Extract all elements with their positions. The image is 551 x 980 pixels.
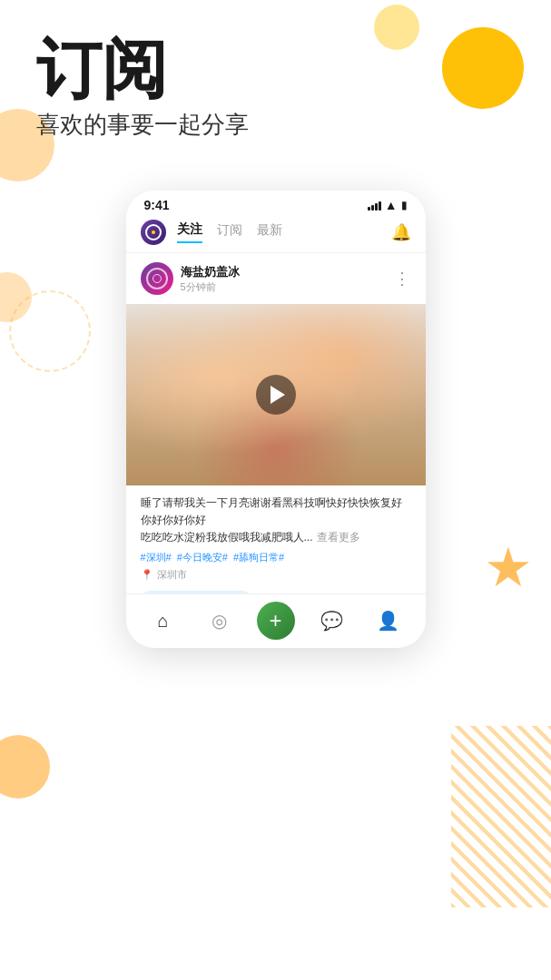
decoration-dashed-circle	[9, 290, 91, 372]
decoration-circle-bottom-left	[0, 735, 50, 799]
phone-mockup: 9:41 ▲ ▮ 关注 订阅 最新 🔔	[126, 191, 426, 648]
battery-icon: ▮	[401, 199, 408, 211]
status-time: 9:41	[144, 198, 170, 212]
post-user-info: 海盐奶盖冰 5分钟前	[181, 264, 394, 294]
decoration-stripes	[451, 726, 551, 907]
tag-3[interactable]: #舔狗日常#	[233, 551, 284, 564]
nav-tabs: 关注 订阅 最新 🔔	[126, 216, 426, 253]
create-button[interactable]: +	[257, 602, 295, 640]
post-location: 📍 深圳市	[141, 568, 411, 582]
play-button[interactable]	[256, 375, 296, 415]
wifi-icon: ▲	[385, 198, 398, 212]
profile-icon: 👤	[377, 610, 399, 632]
logo-dot	[152, 230, 155, 234]
signal-bars-icon	[368, 200, 381, 211]
status-icons: ▲ ▮	[368, 198, 408, 212]
messages-icon: 💬	[320, 610, 343, 632]
main-title: 订阅	[36, 36, 515, 102]
post-time: 5分钟前	[181, 280, 394, 294]
nav-create[interactable]: +	[248, 602, 304, 640]
tag-1[interactable]: #深圳#	[141, 551, 172, 564]
tab-subscribe[interactable]: 订阅	[217, 222, 242, 242]
nav-home[interactable]: ⌂	[135, 611, 192, 632]
tab-follow[interactable]: 关注	[177, 221, 202, 243]
location-text: 深圳市	[157, 568, 187, 582]
post-text-content3: 吃吃吃水淀粉我放假哦我减肥哦人...	[141, 529, 313, 546]
avatar-inner	[153, 274, 162, 283]
see-more-link[interactable]: 查看更多	[317, 529, 360, 546]
subtitle: 喜欢的事要一起分享	[36, 109, 515, 141]
notification-bell-icon[interactable]: 🔔	[391, 222, 411, 242]
post-image[interactable]	[126, 304, 426, 485]
post-tags: #深圳# #今日晚安# #舔狗日常#	[141, 551, 411, 564]
nav-messages[interactable]: 💬	[304, 610, 360, 632]
bottom-nav: ⌂ ◎ + 💬 👤	[126, 593, 426, 648]
post-content: 睡了请帮我关一下月亮谢谢看黑科技啊快好快快恢复好 你好你好你好 吃吃吃水淀粉我放…	[126, 485, 426, 587]
decoration-star: ★	[484, 535, 533, 599]
logo-ring	[145, 224, 162, 240]
nav-profile[interactable]: 👤	[360, 610, 417, 632]
tag-2[interactable]: #今日晚安#	[177, 551, 228, 564]
home-icon: ⌂	[157, 611, 168, 632]
post-header: 海盐奶盖冰 5分钟前 ⋮	[126, 253, 426, 304]
post-text-line2: 你好你好你好	[141, 512, 411, 529]
header-section: 订阅 喜欢的事要一起分享	[0, 0, 551, 159]
post-text-line1: 睡了请帮我关一下月亮谢谢看黑科技啊快好快快恢复好	[141, 495, 411, 512]
post-username[interactable]: 海盐奶盖冰	[181, 264, 394, 280]
post-text-content1: 睡了请帮我关一下月亮谢谢看黑科技啊快好快快恢复好	[141, 495, 402, 512]
app-logo[interactable]	[141, 220, 166, 245]
status-bar: 9:41 ▲ ▮	[126, 191, 426, 216]
post-card: 海盐奶盖冰 5分钟前 ⋮ 睡了请帮我关一下月亮谢谢看黑科技啊快好快快恢复好 你好…	[126, 253, 426, 648]
title-text: 订阅	[36, 36, 167, 102]
post-text: 睡了请帮我关一下月亮谢谢看黑科技啊快好快快恢复好 你好你好你好 吃吃吃水淀粉我放…	[141, 495, 411, 547]
post-text-line3: 吃吃吃水淀粉我放假哦我减肥哦人... 查看更多	[141, 529, 411, 546]
location-icon: 📍	[141, 569, 153, 581]
play-triangle-icon	[271, 386, 285, 404]
discover-icon: ◎	[212, 610, 227, 632]
tab-latest[interactable]: 最新	[257, 222, 282, 242]
avatar-symbol	[146, 268, 168, 289]
nav-discover[interactable]: ◎	[192, 610, 248, 632]
avatar[interactable]	[141, 262, 173, 295]
post-more-options[interactable]: ⋮	[394, 269, 411, 289]
